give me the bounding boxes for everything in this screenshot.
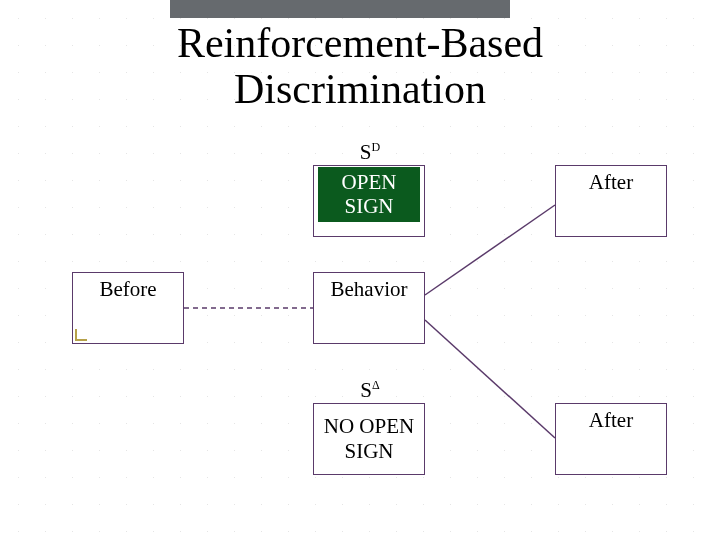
connector-behavior-after-top	[425, 205, 555, 295]
connectors	[0, 0, 720, 540]
connector-behavior-after-bottom	[425, 320, 555, 438]
slide-stage: Reinforcement-Based Discrimination SD OP…	[0, 0, 720, 540]
